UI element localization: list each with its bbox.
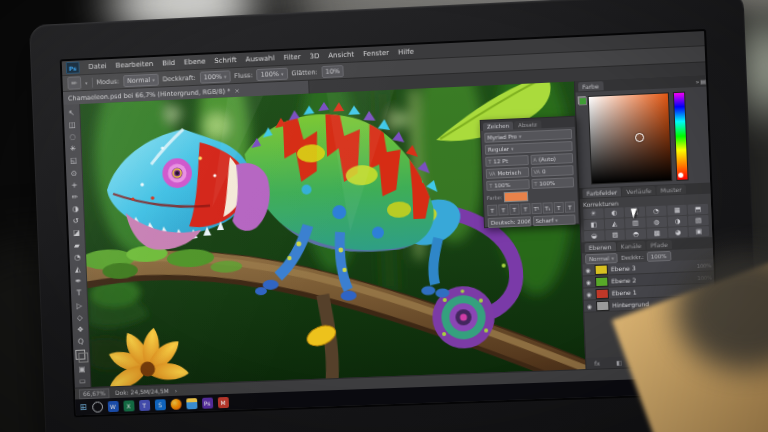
tab-ebenen[interactable]: Ebenen <box>585 242 616 252</box>
subscript-button[interactable]: T₁ <box>542 202 553 213</box>
magic-wand-tool[interactable]: ✳ <box>66 142 79 155</box>
lasso-tool[interactable]: ◌ <box>66 130 79 143</box>
lookup-adjustment-icon[interactable]: ◑ <box>667 216 687 227</box>
blur-tool[interactable]: ◔ <box>71 251 84 264</box>
vertical-scale-field[interactable]: T100% <box>486 179 529 191</box>
type-tool[interactable]: T <box>72 287 85 300</box>
tab-kanaele[interactable]: Kanäle <box>616 241 645 251</box>
menu-datei[interactable]: Datei <box>88 62 107 71</box>
tracking-field[interactable]: VA0 <box>530 165 573 177</box>
brush-tool[interactable]: ✏ <box>68 191 81 204</box>
taskbar-app-excel[interactable]: X <box>123 400 134 411</box>
color-cursor-icon[interactable] <box>635 133 644 142</box>
taskbar-app-teams[interactable]: T <box>139 399 150 410</box>
status-caret-icon[interactable]: › <box>175 387 178 394</box>
menu-filter[interactable]: Filter <box>283 53 301 62</box>
adjustment-icon[interactable]: ◕ <box>668 227 688 238</box>
smoothing-dropdown[interactable]: 10% <box>321 65 344 78</box>
zoom-level-field[interactable]: 66,67% <box>79 388 110 399</box>
active-tool-icon[interactable]: ✏ <box>67 76 81 89</box>
exposure-adjustment-icon[interactable]: ◔ <box>646 206 666 217</box>
all-caps-button[interactable]: T <box>509 204 520 215</box>
visibility-eye-icon[interactable]: ◉ <box>586 303 593 309</box>
marquee-tool[interactable]: ◫ <box>65 118 78 131</box>
tab-zeichen[interactable]: Zeichen <box>483 121 514 130</box>
quick-mask-button[interactable]: ▣ <box>75 363 88 376</box>
taskbar-app-firefox[interactable] <box>170 398 181 409</box>
color-balance-adjustment-icon[interactable]: ◧ <box>584 219 604 230</box>
screen-mode-button[interactable]: ▭ <box>76 375 89 388</box>
menu-bild[interactable]: Bild <box>162 59 175 68</box>
taskbar-app-explorer[interactable] <box>186 398 197 409</box>
menu-ansicht[interactable]: Ansicht <box>328 51 354 60</box>
clone-stamp-tool[interactable]: ◑ <box>69 203 82 216</box>
menu-hilfe[interactable]: Hilfe <box>398 48 414 57</box>
background-color-swatch[interactable] <box>78 353 88 363</box>
underline-button[interactable]: T <box>554 202 565 213</box>
taskbar-app-store[interactable]: S <box>154 399 165 410</box>
start-button[interactable]: ⊞ <box>79 402 87 412</box>
faux-bold-button[interactable]: T <box>487 205 497 216</box>
small-caps-button[interactable]: T <box>520 203 531 214</box>
menu-auswahl[interactable]: Auswahl <box>245 54 274 63</box>
taskbar-app-mail[interactable]: M <box>217 396 228 407</box>
panel-collapse-icon[interactable]: » <box>695 78 699 85</box>
leading-field[interactable]: A(Auto) <box>530 153 573 165</box>
strikethrough-button[interactable]: T <box>565 201 576 212</box>
vibrance-adjustment-icon[interactable]: ▦ <box>667 205 687 216</box>
text-color-swatch[interactable] <box>504 191 529 202</box>
kerning-field[interactable]: VAMetrisch <box>486 167 529 179</box>
flow-dropdown[interactable]: 100%▾ <box>256 67 287 80</box>
crop-tool[interactable]: ◱ <box>67 154 80 167</box>
hue-adjustment-icon[interactable]: ⬒ <box>688 204 708 215</box>
tab-farbe[interactable]: Farbe <box>578 81 603 91</box>
channel-mixer-adjustment-icon[interactable]: ◍ <box>646 217 666 228</box>
mini-foreground-background-swatch[interactable] <box>578 96 587 105</box>
hand-tool[interactable]: ❖ <box>74 323 87 336</box>
visibility-eye-icon[interactable]: ◉ <box>585 291 592 297</box>
saturation-brightness-field[interactable] <box>588 92 673 184</box>
tab-verlaeufe[interactable]: Verläufe <box>622 186 656 196</box>
layer-thumbnail[interactable] <box>595 288 609 299</box>
visibility-eye-icon[interactable]: ◉ <box>584 267 591 273</box>
zoom-tool[interactable]: Q <box>74 335 87 348</box>
tab-muster[interactable]: Muster <box>656 185 685 195</box>
layers-opacity-dropdown[interactable]: 100% <box>646 250 671 261</box>
search-icon[interactable] <box>92 401 103 412</box>
menu-3d[interactable]: 3D <box>309 52 319 60</box>
history-brush-tool[interactable]: ↺ <box>69 215 82 228</box>
dodge-tool[interactable]: ◭ <box>71 263 84 276</box>
menu-schrift[interactable]: Schrift <box>214 56 237 65</box>
adjustment-icon[interactable]: ▣ <box>689 226 709 237</box>
font-size-field[interactable]: T12 Pt <box>485 155 528 167</box>
tab-pfade[interactable]: Pfade <box>646 240 672 250</box>
superscript-button[interactable]: T¹ <box>531 203 542 214</box>
path-select-tool[interactable]: ▷ <box>73 299 86 312</box>
taskbar-app-word[interactable]: W <box>107 400 118 411</box>
bw-adjustment-icon[interactable]: ◭ <box>604 218 624 229</box>
tool-preset-caret-icon[interactable]: ▾ <box>85 79 88 85</box>
shape-tool[interactable]: ◇ <box>73 311 86 324</box>
horizontal-scale-field[interactable]: T100% <box>531 177 574 189</box>
brightness-adjustment-icon[interactable]: ☀ <box>583 208 603 219</box>
opacity-dropdown[interactable]: 100%▾ <box>199 70 230 83</box>
taskbar-app-photoshop[interactable]: Ps <box>202 397 213 408</box>
eyedropper-tool[interactable]: ⊙ <box>67 166 80 179</box>
anti-alias-select[interactable]: Scharf▾ <box>532 214 575 226</box>
layer-fx-button[interactable]: fx <box>594 359 600 366</box>
eraser-tool[interactable]: ◪ <box>70 227 83 240</box>
panel-grid-icon[interactable]: ▤ <box>700 78 706 85</box>
close-icon[interactable]: × <box>234 86 240 94</box>
posterize-adjustment-icon[interactable]: ◒ <box>584 230 604 241</box>
blend-mode-dropdown[interactable]: Normal▾ <box>585 252 618 263</box>
tab-farbfelder[interactable]: Farbfelder <box>582 187 621 198</box>
faux-italic-button[interactable]: T <box>498 204 508 215</box>
mode-dropdown[interactable]: Normal▾ <box>123 73 159 87</box>
selective-color-adjustment-icon[interactable]: ▩ <box>647 228 667 239</box>
hue-slider[interactable] <box>673 92 689 181</box>
layer-thumbnail[interactable] <box>594 264 608 275</box>
gradient-map-adjustment-icon[interactable]: ◓ <box>626 229 646 240</box>
menu-fenster[interactable]: Fenster <box>363 49 389 58</box>
menu-ebene[interactable]: Ebene <box>184 58 206 67</box>
move-tool[interactable]: ↖ <box>65 106 78 119</box>
